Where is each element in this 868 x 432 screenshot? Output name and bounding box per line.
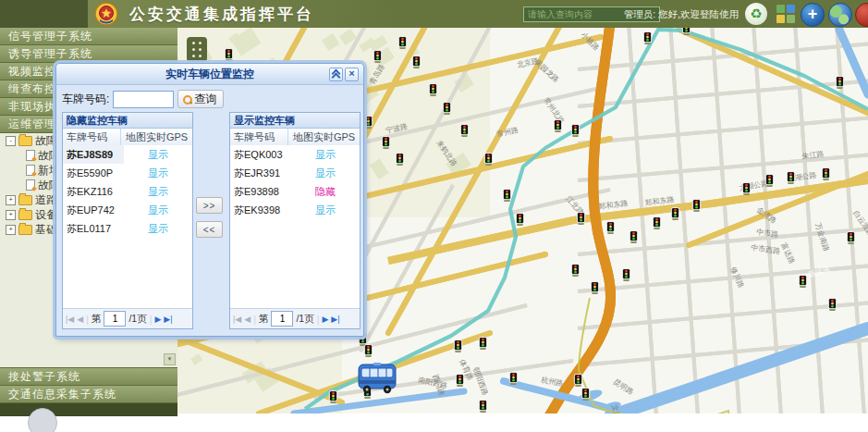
traffic-light-icon[interactable] bbox=[622, 269, 630, 281]
vehicle-row[interactable]: 苏EKZ116显示 bbox=[63, 182, 192, 201]
first-page-button[interactable]: |◀ bbox=[233, 315, 241, 324]
vehicle-row[interactable]: 苏E5590P显示 bbox=[63, 164, 192, 182]
next-page-button[interactable]: ▶ bbox=[322, 315, 328, 324]
gps-toggle-link[interactable]: 显示 bbox=[291, 164, 360, 182]
traffic-light-icon[interactable] bbox=[479, 338, 486, 350]
vehicle-row[interactable]: 苏EQK003显示 bbox=[230, 145, 360, 164]
traffic-light-icon[interactable] bbox=[581, 389, 589, 401]
traffic-light-icon[interactable] bbox=[456, 375, 463, 387]
traffic-light-icon[interactable] bbox=[630, 231, 637, 243]
traffic-light-icon[interactable] bbox=[484, 154, 492, 166]
gps-toggle-link[interactable]: 显示 bbox=[124, 182, 192, 201]
traffic-light-icon[interactable] bbox=[503, 190, 510, 202]
plate-cell: 苏EJR391 bbox=[230, 164, 291, 182]
traffic-light-icon[interactable] bbox=[577, 213, 584, 225]
traffic-light-icon[interactable] bbox=[571, 125, 579, 137]
vehicle-row[interactable]: 苏E93898隐藏 bbox=[230, 182, 360, 201]
sidebar-item[interactable]: 信号管理子系统 bbox=[0, 28, 177, 45]
alert-icon[interactable] bbox=[855, 3, 868, 27]
traffic-light-icon[interactable] bbox=[412, 56, 420, 68]
vehicle-row[interactable]: 苏EL0117显示 bbox=[63, 219, 192, 238]
traffic-light-icon[interactable] bbox=[429, 84, 436, 96]
prev-page-button[interactable]: ◀ bbox=[244, 315, 251, 324]
collapse-toggle-icon[interactable]: - bbox=[6, 136, 16, 146]
expand-toggle-icon[interactable]: + bbox=[6, 225, 16, 235]
move-to-hidden-button[interactable]: << bbox=[196, 221, 223, 238]
traffic-light-icon[interactable] bbox=[653, 217, 660, 229]
next-page-button[interactable]: ▶ bbox=[154, 315, 161, 324]
vehicle-row[interactable]: 苏EUP742显示 bbox=[63, 201, 192, 219]
traffic-light-icon[interactable] bbox=[828, 299, 836, 311]
expand-toggle-icon[interactable]: + bbox=[6, 195, 16, 205]
plate-number-input[interactable] bbox=[113, 91, 174, 108]
traffic-light-icon[interactable] bbox=[396, 154, 403, 166]
gps-toggle-link[interactable]: 显示 bbox=[124, 201, 192, 219]
scroll-down-arrow-icon[interactable]: ▼ bbox=[164, 353, 176, 365]
prev-page-button[interactable]: ◀ bbox=[77, 315, 83, 324]
close-button[interactable]: × bbox=[345, 68, 359, 81]
traffic-light-icon[interactable] bbox=[443, 103, 450, 115]
traffic-light-icon[interactable] bbox=[373, 51, 381, 63]
traffic-light-icon[interactable] bbox=[822, 168, 829, 180]
table-header: 车牌号码 地图实时GPS显示 bbox=[63, 129, 192, 146]
traffic-light-icon[interactable] bbox=[554, 120, 561, 132]
header-left-block bbox=[0, 0, 88, 28]
traffic-light-icon[interactable] bbox=[606, 222, 614, 234]
traffic-light-icon[interactable] bbox=[571, 265, 579, 277]
traffic-light-icon[interactable] bbox=[382, 137, 389, 149]
gps-toggle-link[interactable]: 显示 bbox=[291, 145, 360, 164]
move-to-shown-button[interactable]: >> bbox=[196, 197, 223, 214]
traffic-light-icon[interactable] bbox=[329, 391, 336, 403]
traffic-light-icon[interactable] bbox=[742, 183, 750, 195]
gps-toggle-link[interactable]: 隐藏 bbox=[291, 182, 360, 201]
gps-toggle-link[interactable]: 显示 bbox=[124, 219, 192, 238]
page-number-input[interactable] bbox=[104, 311, 126, 327]
dialog-title-bar[interactable]: 实时车辆位置监控 × bbox=[56, 64, 363, 85]
traffic-light-icon[interactable] bbox=[225, 49, 232, 61]
globe-icon[interactable] bbox=[828, 3, 852, 27]
traffic-light-icon[interactable] bbox=[847, 232, 854, 244]
vehicle-row[interactable]: 苏EK9398显示 bbox=[230, 201, 360, 219]
traffic-light-icon[interactable] bbox=[765, 175, 773, 187]
sidebar-item[interactable]: 诱导管理子系统 bbox=[0, 45, 177, 63]
panel-title: 隐藏监控车辆 bbox=[63, 113, 192, 129]
traffic-light-icon[interactable] bbox=[643, 32, 651, 44]
traffic-light-icon[interactable] bbox=[799, 276, 806, 288]
traffic-light-icon[interactable] bbox=[516, 214, 523, 226]
traffic-light-icon[interactable] bbox=[787, 172, 794, 184]
gps-toggle-link[interactable]: 显示 bbox=[291, 201, 360, 219]
map-tiles-icon[interactable] bbox=[776, 5, 795, 23]
first-page-button[interactable]: |◀ bbox=[66, 315, 74, 324]
table-body: 苏EJ8S89显示苏E5590P显示苏EKZ116显示苏EUP742显示苏EL0… bbox=[63, 145, 192, 308]
traffic-light-icon[interactable] bbox=[479, 401, 486, 413]
tracked-vehicle-bus-icon[interactable] bbox=[359, 363, 396, 393]
collapse-button[interactable] bbox=[329, 68, 343, 81]
vehicle-row[interactable]: 苏EJ8S89显示 bbox=[63, 145, 192, 164]
traffic-light-icon[interactable] bbox=[364, 117, 372, 129]
traffic-light-icon[interactable] bbox=[454, 340, 461, 352]
last-page-button[interactable]: ▶| bbox=[331, 315, 339, 324]
expand-toggle-icon[interactable]: + bbox=[6, 210, 16, 220]
zoom-plus-icon[interactable]: + bbox=[801, 3, 825, 27]
traffic-light-icon[interactable] bbox=[591, 282, 598, 294]
sidebar-item[interactable]: 交通信息采集子系统 bbox=[0, 386, 177, 403]
traffic-light-icon[interactable] bbox=[364, 345, 372, 357]
traffic-light-icon[interactable] bbox=[574, 375, 581, 387]
traffic-light-icon[interactable] bbox=[460, 125, 468, 137]
panel-drag-grip[interactable] bbox=[187, 37, 207, 62]
page-number-input[interactable] bbox=[271, 311, 293, 327]
traffic-light-icon[interactable] bbox=[682, 28, 690, 35]
gps-toggle-link[interactable]: 显示 bbox=[124, 145, 192, 164]
map-control-knob[interactable] bbox=[28, 408, 57, 432]
traffic-light-icon[interactable] bbox=[509, 373, 517, 385]
traffic-light-icon[interactable] bbox=[671, 208, 679, 220]
vehicle-row[interactable]: 苏EJR391显示 bbox=[230, 164, 360, 182]
traffic-light-icon[interactable] bbox=[836, 77, 843, 89]
gps-toggle-link[interactable]: 显示 bbox=[124, 164, 192, 182]
recycle-icon[interactable]: ♻ bbox=[745, 3, 767, 25]
traffic-light-icon[interactable] bbox=[398, 37, 406, 49]
sidebar-item[interactable]: 接处警子系统 bbox=[0, 368, 177, 386]
last-page-button[interactable]: ▶| bbox=[164, 315, 172, 324]
traffic-light-icon[interactable] bbox=[692, 200, 700, 212]
query-button[interactable]: 查询 bbox=[177, 90, 224, 108]
